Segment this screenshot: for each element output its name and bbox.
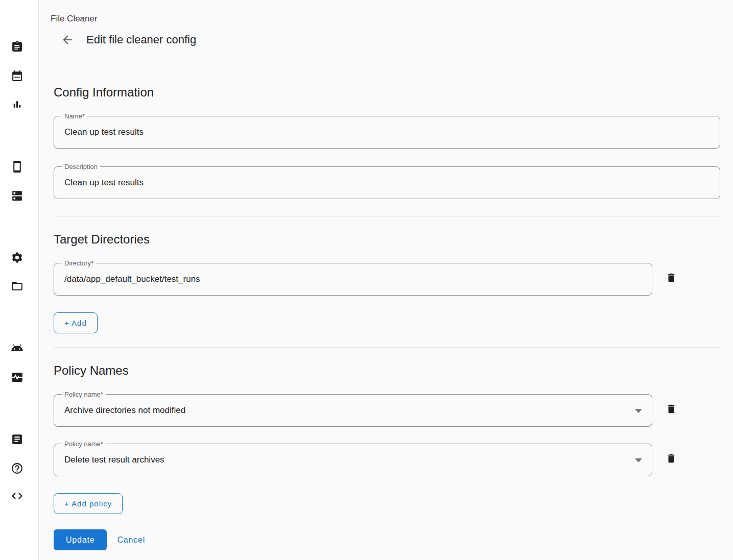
trash-icon (666, 453, 677, 464)
section-divider (54, 216, 720, 216)
code-icon (11, 490, 23, 502)
section-config-information: Config Information Name* Description (54, 85, 720, 199)
clipboard-icon (11, 40, 23, 53)
sidebar-item-settings[interactable] (8, 249, 26, 266)
policy-name-select-2[interactable]: Policy name* Delete test result archives (54, 444, 652, 476)
arrow-back-icon (61, 33, 74, 46)
sidebar-item-help[interactable] (8, 459, 26, 477)
directory-field: Directory* (54, 263, 652, 296)
policy-selected-value: Archive directories not modified (54, 405, 196, 416)
trash-icon (666, 272, 677, 283)
smartphone-icon (11, 160, 23, 173)
description-field-label: Description (62, 162, 100, 171)
policy-name-select-1[interactable]: Policy name* Archive directories not mod… (54, 394, 652, 427)
article-icon (11, 433, 23, 446)
storage-icon (11, 189, 23, 202)
cancel-button[interactable]: Cancel (113, 535, 149, 545)
sidebar-item-monitoring[interactable] (8, 368, 26, 385)
section-policy-names: Policy Names Policy name* Archive direct… (54, 363, 720, 514)
title-row: Edit file cleaner config (51, 33, 733, 46)
form-content: Config Information Name* Description Tar… (39, 66, 733, 560)
section-title-target-directories: Target Directories (54, 232, 720, 247)
dropdown-arrow-icon (635, 409, 642, 413)
android-icon (11, 342, 23, 354)
name-input[interactable] (54, 116, 720, 148)
delete-policy-button-1[interactable] (665, 402, 678, 416)
policy-row: Policy name* Archive directories not mod… (54, 394, 720, 427)
name-field: Name* (54, 116, 720, 149)
sidebar-item-clipboard[interactable] (8, 38, 26, 55)
add-policy-button[interactable]: + Add policy (54, 493, 123, 514)
bar-chart-icon (11, 99, 23, 111)
app-root: File Cleaner Edit file cleaner config Co… (0, 0, 733, 560)
description-input[interactable] (54, 167, 720, 199)
sidebar-item-code[interactable] (8, 487, 26, 504)
calendar-icon (11, 69, 23, 82)
section-title-policy-names: Policy Names (54, 363, 720, 378)
delete-policy-button-2[interactable] (665, 452, 678, 465)
back-button[interactable] (61, 33, 74, 46)
settings-gear-icon (11, 251, 23, 264)
sidebar-item-storage[interactable] (8, 187, 26, 204)
directory-row: Directory* (54, 263, 720, 296)
sidebar-item-logs[interactable] (8, 430, 26, 448)
trash-icon (666, 403, 677, 415)
name-field-label: Name* (62, 112, 87, 120)
sidebar-item-bar-chart[interactable] (8, 96, 26, 113)
policy-field-label: Policy name* (62, 440, 106, 448)
policy-row: Policy name* Delete test result archives (54, 444, 720, 476)
sidebar-item-folder[interactable] (8, 277, 26, 295)
sidebar (0, 0, 39, 560)
help-icon (11, 462, 23, 475)
section-divider (54, 347, 720, 348)
section-title-config-information: Config Information (54, 85, 720, 100)
sidebar-item-android[interactable] (8, 339, 26, 356)
directory-input[interactable] (54, 263, 652, 295)
pulse-monitor-icon (11, 371, 23, 383)
form-actions: Update Cancel (54, 529, 720, 550)
main-area: File Cleaner Edit file cleaner config Co… (39, 0, 733, 560)
policy-selected-value: Delete test result archives (54, 455, 175, 465)
sidebar-item-calendar[interactable] (8, 67, 26, 84)
section-target-directories: Target Directories Directory* + Add (54, 232, 720, 333)
app-title: File Cleaner (51, 14, 733, 24)
page-title: Edit file cleaner config (86, 33, 196, 46)
add-directory-button[interactable]: + Add (54, 312, 98, 333)
update-button[interactable]: Update (54, 529, 107, 550)
sidebar-item-smartphone[interactable] (8, 158, 26, 175)
description-field: Description (54, 166, 720, 199)
folder-icon (11, 280, 23, 293)
delete-directory-button[interactable] (665, 271, 678, 284)
policy-field-label: Policy name* (62, 390, 106, 399)
dropdown-arrow-icon (635, 458, 642, 462)
page-header: File Cleaner Edit file cleaner config (39, 0, 733, 66)
directory-field-label: Directory* (62, 259, 96, 267)
